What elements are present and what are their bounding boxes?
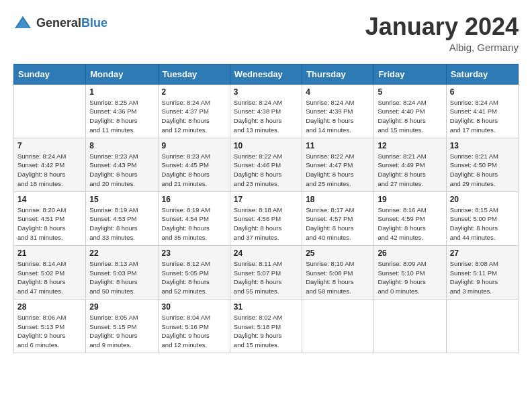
calendar-cell: 20Sunrise: 8:15 AM Sunset: 5:00 PM Dayli… xyxy=(446,191,518,245)
day-info: Sunrise: 8:11 AM Sunset: 5:07 PM Dayligh… xyxy=(234,259,298,296)
day-number: 31 xyxy=(234,302,298,312)
day-number: 6 xyxy=(450,87,515,97)
day-info: Sunrise: 8:04 AM Sunset: 5:16 PM Dayligh… xyxy=(162,313,226,350)
day-number: 7 xyxy=(17,141,82,150)
title-block: January 2024 Albig, Germany xyxy=(365,13,519,53)
calendar-week-row: 7Sunrise: 8:24 AM Sunset: 4:42 PM Daylig… xyxy=(14,138,519,191)
day-info: Sunrise: 8:12 AM Sunset: 5:05 PM Dayligh… xyxy=(162,259,226,296)
calendar-cell: 25Sunrise: 8:10 AM Sunset: 5:08 PM Dayli… xyxy=(302,245,374,299)
calendar-cell: 23Sunrise: 8:12 AM Sunset: 5:05 PM Dayli… xyxy=(158,245,230,299)
day-number: 23 xyxy=(162,248,226,258)
weekday-header: Friday xyxy=(374,64,446,84)
calendar-cell: 22Sunrise: 8:13 AM Sunset: 5:03 PM Dayli… xyxy=(86,245,158,299)
day-number: 19 xyxy=(378,195,442,204)
calendar-cell: 16Sunrise: 8:19 AM Sunset: 4:54 PM Dayli… xyxy=(158,191,230,245)
calendar-cell: 21Sunrise: 8:14 AM Sunset: 5:02 PM Dayli… xyxy=(14,245,86,299)
day-info: Sunrise: 8:20 AM Sunset: 4:51 PM Dayligh… xyxy=(17,205,82,242)
day-info: Sunrise: 8:10 AM Sunset: 5:08 PM Dayligh… xyxy=(306,259,370,296)
calendar-cell: 10Sunrise: 8:22 AM Sunset: 4:46 PM Dayli… xyxy=(230,138,302,191)
day-info: Sunrise: 8:18 AM Sunset: 4:56 PM Dayligh… xyxy=(234,205,298,242)
weekday-header: Sunday xyxy=(14,64,86,84)
day-number: 11 xyxy=(306,141,370,150)
day-info: Sunrise: 8:23 AM Sunset: 4:43 PM Dayligh… xyxy=(89,152,154,189)
calendar-week-row: 21Sunrise: 8:14 AM Sunset: 5:02 PM Dayli… xyxy=(14,245,519,299)
day-info: Sunrise: 8:09 AM Sunset: 5:10 PM Dayligh… xyxy=(378,259,442,296)
day-info: Sunrise: 8:24 AM Sunset: 4:42 PM Dayligh… xyxy=(17,152,82,189)
page-header: GeneralBlue January 2024 Albig, Germany xyxy=(13,13,519,53)
calendar-cell: 31Sunrise: 8:02 AM Sunset: 5:18 PM Dayli… xyxy=(230,299,302,353)
day-info: Sunrise: 8:24 AM Sunset: 4:39 PM Dayligh… xyxy=(306,98,370,135)
day-number: 15 xyxy=(89,195,154,204)
weekday-header: Thursday xyxy=(302,64,374,84)
calendar-cell: 5Sunrise: 8:24 AM Sunset: 4:40 PM Daylig… xyxy=(374,84,446,138)
day-number: 8 xyxy=(89,141,154,150)
day-info: Sunrise: 8:15 AM Sunset: 5:00 PM Dayligh… xyxy=(450,205,515,242)
calendar-cell: 26Sunrise: 8:09 AM Sunset: 5:10 PM Dayli… xyxy=(374,245,446,299)
day-number: 10 xyxy=(234,141,298,150)
calendar-cell: 12Sunrise: 8:21 AM Sunset: 4:49 PM Dayli… xyxy=(374,138,446,191)
calendar-cell: 18Sunrise: 8:17 AM Sunset: 4:57 PM Dayli… xyxy=(302,191,374,245)
calendar-cell: 17Sunrise: 8:18 AM Sunset: 4:56 PM Dayli… xyxy=(230,191,302,245)
day-number: 18 xyxy=(306,195,370,204)
calendar-cell: 30Sunrise: 8:04 AM Sunset: 5:16 PM Dayli… xyxy=(158,299,230,353)
logo-icon xyxy=(13,13,32,32)
calendar-cell: 15Sunrise: 8:19 AM Sunset: 4:53 PM Dayli… xyxy=(86,191,158,245)
day-info: Sunrise: 8:13 AM Sunset: 5:03 PM Dayligh… xyxy=(89,259,154,296)
weekday-header: Saturday xyxy=(446,64,518,84)
day-number: 3 xyxy=(234,87,298,97)
month-title: January 2024 xyxy=(365,13,519,40)
calendar-cell: 28Sunrise: 8:06 AM Sunset: 5:13 PM Dayli… xyxy=(14,299,86,353)
day-number: 12 xyxy=(378,141,442,150)
calendar-header-row: SundayMondayTuesdayWednesdayThursdayFrid… xyxy=(14,64,519,84)
calendar-cell: 27Sunrise: 8:08 AM Sunset: 5:11 PM Dayli… xyxy=(446,245,518,299)
day-info: Sunrise: 8:24 AM Sunset: 4:40 PM Dayligh… xyxy=(378,98,442,135)
day-number: 26 xyxy=(378,248,442,258)
calendar-cell: 29Sunrise: 8:05 AM Sunset: 5:15 PM Dayli… xyxy=(86,299,158,353)
logo: GeneralBlue xyxy=(13,13,107,32)
day-number: 25 xyxy=(306,248,370,258)
calendar-cell xyxy=(14,84,86,138)
day-info: Sunrise: 8:19 AM Sunset: 4:53 PM Dayligh… xyxy=(89,205,154,242)
calendar-cell: 7Sunrise: 8:24 AM Sunset: 4:42 PM Daylig… xyxy=(14,138,86,191)
logo-text-general: General xyxy=(36,16,81,30)
day-number: 29 xyxy=(89,302,154,312)
calendar-cell: 14Sunrise: 8:20 AM Sunset: 4:51 PM Dayli… xyxy=(14,191,86,245)
day-number: 9 xyxy=(162,141,226,150)
calendar-cell: 8Sunrise: 8:23 AM Sunset: 4:43 PM Daylig… xyxy=(86,138,158,191)
calendar-cell: 13Sunrise: 8:21 AM Sunset: 4:50 PM Dayli… xyxy=(446,138,518,191)
day-number: 20 xyxy=(450,195,515,204)
day-info: Sunrise: 8:23 AM Sunset: 4:45 PM Dayligh… xyxy=(162,152,226,189)
calendar-cell: 6Sunrise: 8:24 AM Sunset: 4:41 PM Daylig… xyxy=(446,84,518,138)
calendar-cell: 9Sunrise: 8:23 AM Sunset: 4:45 PM Daylig… xyxy=(158,138,230,191)
day-number: 28 xyxy=(17,302,82,312)
calendar-cell: 4Sunrise: 8:24 AM Sunset: 4:39 PM Daylig… xyxy=(302,84,374,138)
weekday-header: Wednesday xyxy=(230,64,302,84)
day-info: Sunrise: 8:14 AM Sunset: 5:02 PM Dayligh… xyxy=(17,259,82,296)
calendar-week-row: 14Sunrise: 8:20 AM Sunset: 4:51 PM Dayli… xyxy=(14,191,519,245)
day-number: 13 xyxy=(450,141,515,150)
logo-text-blue: Blue xyxy=(81,16,107,30)
day-number: 2 xyxy=(162,87,226,97)
day-info: Sunrise: 8:24 AM Sunset: 4:38 PM Dayligh… xyxy=(234,98,298,135)
day-info: Sunrise: 8:02 AM Sunset: 5:18 PM Dayligh… xyxy=(234,313,298,350)
day-info: Sunrise: 8:25 AM Sunset: 4:36 PM Dayligh… xyxy=(89,98,154,135)
day-number: 24 xyxy=(234,248,298,258)
day-number: 1 xyxy=(89,87,154,97)
day-number: 21 xyxy=(17,248,82,258)
calendar-cell: 19Sunrise: 8:16 AM Sunset: 4:59 PM Dayli… xyxy=(374,191,446,245)
calendar-cell: 2Sunrise: 8:24 AM Sunset: 4:37 PM Daylig… xyxy=(158,84,230,138)
day-info: Sunrise: 8:24 AM Sunset: 4:41 PM Dayligh… xyxy=(450,98,515,135)
day-info: Sunrise: 8:17 AM Sunset: 4:57 PM Dayligh… xyxy=(306,205,370,242)
day-info: Sunrise: 8:05 AM Sunset: 5:15 PM Dayligh… xyxy=(89,313,154,350)
calendar-cell xyxy=(302,299,374,353)
day-info: Sunrise: 8:08 AM Sunset: 5:11 PM Dayligh… xyxy=(450,259,515,296)
day-number: 30 xyxy=(162,302,226,312)
day-number: 14 xyxy=(17,195,82,204)
day-number: 22 xyxy=(89,248,154,258)
day-info: Sunrise: 8:16 AM Sunset: 4:59 PM Dayligh… xyxy=(378,205,442,242)
calendar-cell: 11Sunrise: 8:22 AM Sunset: 4:47 PM Dayli… xyxy=(302,138,374,191)
calendar-cell xyxy=(446,299,518,353)
day-number: 27 xyxy=(450,248,515,258)
weekday-header: Tuesday xyxy=(158,64,230,84)
day-info: Sunrise: 8:21 AM Sunset: 4:49 PM Dayligh… xyxy=(378,152,442,189)
